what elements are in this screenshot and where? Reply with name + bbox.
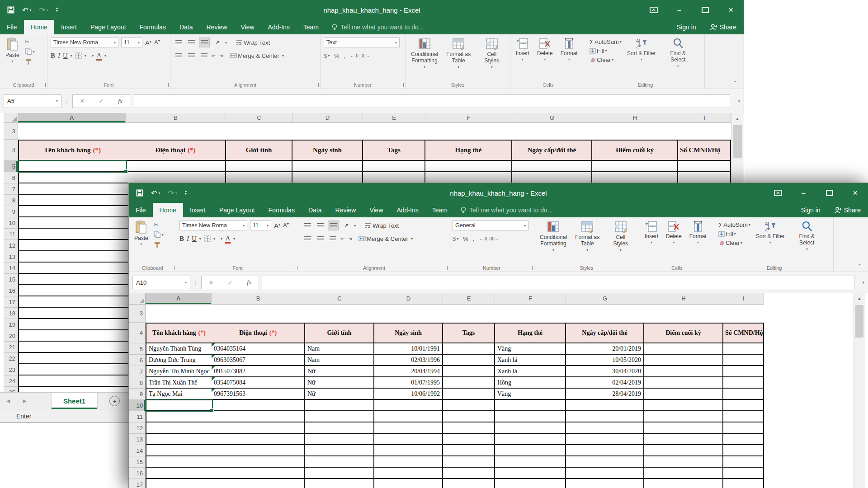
cell-B5[interactable]: 0364035164 xyxy=(212,343,305,355)
row-header-15[interactable]: 15 xyxy=(129,456,146,468)
row-header-11[interactable]: 11 xyxy=(4,229,18,240)
cell-F5[interactable] xyxy=(425,161,512,172)
ribbon-display-options-button[interactable] xyxy=(765,183,791,203)
cell-C9[interactable]: Nữ xyxy=(305,389,374,400)
cell-F15[interactable] xyxy=(495,456,566,468)
cell-I11[interactable] xyxy=(723,411,764,422)
cell-C12[interactable] xyxy=(305,422,374,434)
row-header-16[interactable]: 16 xyxy=(129,468,146,479)
ribbon-display-options-button[interactable] xyxy=(641,0,666,20)
autosum-button[interactable]: ΣAutoSum▾ xyxy=(718,221,750,228)
tell-me-box[interactable]: Tell me what you want to do... xyxy=(326,20,430,34)
cell-I10[interactable] xyxy=(723,400,764,411)
cell-B7[interactable]: 0915073082 xyxy=(212,366,305,377)
increase-indent-button[interactable]: ⇥ xyxy=(348,235,352,242)
cell-H10[interactable] xyxy=(644,400,723,411)
cell-D14[interactable] xyxy=(374,445,443,456)
paste-button[interactable]: Paste▾ xyxy=(3,37,22,80)
decrease-decimal-button[interactable]: .00→ xyxy=(359,53,370,58)
cell-A8[interactable] xyxy=(18,195,127,206)
row-header-12[interactable]: 12 xyxy=(4,240,18,251)
column-header-A[interactable]: A xyxy=(18,113,126,123)
column-header-H[interactable]: H xyxy=(592,113,678,123)
cell-C16[interactable] xyxy=(305,468,374,479)
font-size-select[interactable]: 11▾ xyxy=(121,38,142,47)
align-top-button[interactable] xyxy=(302,221,312,230)
minimize-button[interactable]: – xyxy=(666,0,692,20)
find-select-button[interactable]: Find & Select▾ xyxy=(790,220,824,263)
row-header-13[interactable]: 13 xyxy=(129,434,146,445)
comma-style-button[interactable]: , xyxy=(344,52,346,59)
cell-G5[interactable] xyxy=(512,161,592,172)
excel-window-foreground[interactable]: ↶▾↷▾▾nhap_khau_khach_hang - Excel–✕FileH… xyxy=(129,183,868,488)
row-header-25[interactable]: 25 xyxy=(4,387,18,392)
copy-button[interactable]: ▾ xyxy=(25,48,35,55)
cell-F6[interactable] xyxy=(425,172,512,183)
cell-G5[interactable]: 20/01/2019 xyxy=(566,343,644,355)
cell-A21[interactable] xyxy=(18,342,127,353)
format-cells-button[interactable]: Format▾ xyxy=(687,220,709,263)
cell-G8[interactable]: 02/04/2019 xyxy=(566,377,644,389)
formula-bar-expand-icon[interactable]: ▾ xyxy=(862,280,864,285)
row-header-7[interactable]: 7 xyxy=(4,183,18,195)
cell-A18[interactable] xyxy=(18,308,127,319)
cell-A24[interactable] xyxy=(18,375,127,387)
column-header-H[interactable]: H xyxy=(644,293,723,305)
merge-center-button[interactable]: Merge & Center xyxy=(359,235,408,242)
cell-I16[interactable] xyxy=(723,468,764,479)
sign-in-button[interactable]: Sign in xyxy=(795,203,827,217)
cell-D13[interactable] xyxy=(374,434,443,445)
maximize-button[interactable] xyxy=(692,0,718,20)
grow-font-button[interactable]: A▴ xyxy=(274,222,280,230)
row-header-21[interactable]: 21 xyxy=(4,342,18,353)
row-header-23[interactable]: 23 xyxy=(4,364,18,375)
cell-A19[interactable] xyxy=(18,319,127,330)
align-right-button[interactable] xyxy=(199,51,209,60)
cell-E15[interactable] xyxy=(443,456,495,468)
select-all-corner[interactable] xyxy=(4,113,18,123)
sheet-tab-sheet1[interactable]: Sheet1 xyxy=(51,393,98,409)
cell-A16[interactable] xyxy=(146,468,212,479)
scroll-up-icon[interactable]: ▲ xyxy=(854,293,865,304)
cell-H13[interactable] xyxy=(644,434,723,445)
cell-A12[interactable] xyxy=(18,240,127,251)
formula-bar-expand-icon[interactable]: ▾ xyxy=(738,99,740,103)
cell-E14[interactable] xyxy=(443,445,495,456)
orientation-button[interactable]: ↗ xyxy=(341,221,351,230)
decrease-indent-button[interactable]: ⇤ xyxy=(340,235,345,242)
cell-I15[interactable] xyxy=(723,456,764,468)
cell-A14[interactable] xyxy=(18,263,127,274)
fill-handle[interactable] xyxy=(210,408,214,413)
column-header-B[interactable]: B xyxy=(126,113,226,123)
cell-D17[interactable] xyxy=(374,479,443,488)
cell-A15[interactable] xyxy=(146,456,212,468)
row-header-13[interactable]: 13 xyxy=(4,251,18,263)
cell-F7[interactable]: Xanh lá xyxy=(495,366,566,377)
dialog-launcher-icon[interactable] xyxy=(315,83,319,87)
number-format-select[interactable]: General▾ xyxy=(453,221,528,230)
cell-I14[interactable] xyxy=(723,445,764,456)
cell-A6[interactable] xyxy=(18,172,127,183)
column-header-A[interactable]: A xyxy=(146,293,212,305)
underline-button[interactable]: U xyxy=(192,235,197,243)
formula-input[interactable] xyxy=(133,94,730,108)
formula-input[interactable] xyxy=(262,276,854,289)
cell-F10[interactable] xyxy=(495,400,566,411)
row-header-18[interactable]: 18 xyxy=(4,308,18,319)
cell-D8[interactable]: 01/07/1995 xyxy=(374,377,443,389)
align-top-button[interactable] xyxy=(174,38,184,47)
enter-formula-button[interactable]: ✓ xyxy=(92,98,111,104)
cell-B14[interactable] xyxy=(212,445,305,456)
delete-cells-button[interactable]: Delete▾ xyxy=(535,37,555,80)
next-sheet-icon[interactable]: ▶ xyxy=(16,398,33,404)
tab-file[interactable]: File xyxy=(129,203,153,217)
insert-function-button[interactable]: fx xyxy=(111,98,130,105)
cell-A23[interactable] xyxy=(18,364,127,375)
cell-D7[interactable]: 20/04/1994 xyxy=(374,366,443,377)
underline-button[interactable]: U xyxy=(63,52,68,60)
sign-in-button[interactable]: Sign in xyxy=(670,20,703,34)
cell-C11[interactable] xyxy=(305,411,374,422)
cell-B6[interactable]: 0963035067 xyxy=(212,355,305,366)
cell-F12[interactable] xyxy=(495,422,566,434)
cell-A20[interactable] xyxy=(18,330,127,342)
